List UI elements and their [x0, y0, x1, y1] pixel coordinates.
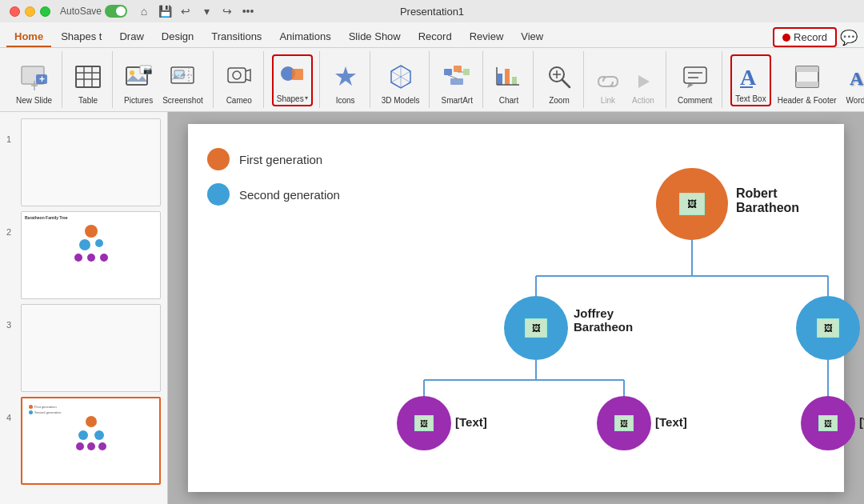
slide-canvas[interactable]: First generation Second generation — [188, 124, 844, 492]
tab-home[interactable]: Home — [6, 27, 51, 47]
slide-num-1: 1 — [6, 118, 16, 144]
legend: First generation Second generation — [207, 148, 340, 206]
fullscreen-button[interactable] — [40, 6, 50, 17]
tab-design[interactable]: Design — [154, 27, 202, 47]
tab-shapes[interactable]: Shapes t — [53, 27, 110, 47]
minimize-button[interactable] — [25, 6, 35, 17]
action-button[interactable]: Action — [627, 67, 659, 106]
svg-text:A: A — [740, 65, 757, 90]
zoom-label: Zoom — [549, 96, 570, 105]
slide-preview-3[interactable] — [21, 304, 161, 392]
smartart-icon — [442, 59, 471, 94]
save-icon[interactable]: 💾 — [156, 2, 174, 20]
screenshot-button[interactable]: Screenshot — [159, 58, 206, 106]
new-slide-label: New Slide — [16, 96, 52, 105]
link-button[interactable]: Link — [592, 67, 624, 106]
svg-point-11 — [130, 70, 134, 75]
table-button[interactable]: Table — [70, 58, 106, 106]
icons-button[interactable]: Icons — [328, 58, 363, 106]
slide2-tree — [22, 222, 160, 265]
node-text2-label: [Text] — [655, 415, 687, 429]
more-button[interactable]: ••• — [239, 2, 257, 20]
models-group: 3D Models — [372, 51, 430, 108]
main-area: 1 2 Baratheon Family Tree — [0, 112, 864, 504]
new-slide-icon: + — [20, 59, 49, 94]
cameo-button[interactable]: Cameo — [222, 58, 257, 106]
slide2-title: Baratheon Family Tree — [22, 212, 160, 222]
undo-dropdown[interactable]: ▾ — [198, 2, 215, 20]
svg-rect-29 — [454, 66, 462, 72]
slide-thumb-1[interactable]: 1 — [6, 118, 161, 206]
ribbon-tabs: Home Shapes t Draw Design Transitions An… — [0, 22, 864, 48]
home-icon[interactable]: ⌂ — [135, 2, 153, 20]
slide2-bot-row — [74, 254, 108, 262]
3d-models-button[interactable]: 3D Models — [378, 58, 423, 106]
link-group: Link Action — [586, 51, 666, 108]
svg-marker-23 — [335, 66, 356, 86]
icons-label: Icons — [336, 96, 355, 105]
icons-icon — [331, 59, 360, 94]
slide-thumb-3[interactable]: 3 — [6, 304, 161, 392]
comment-icon[interactable]: 💬 — [840, 29, 858, 46]
tab-slideshow[interactable]: Slide Show — [341, 27, 409, 47]
close-button[interactable] — [10, 6, 20, 17]
smartart-button[interactable]: SmartArt — [438, 58, 475, 106]
svg-point-20 — [233, 71, 241, 79]
pictures-button[interactable]: 📷 Pictures — [121, 58, 156, 106]
textbox-button[interactable]: A Text Box — [730, 54, 770, 106]
canvas-area: First generation Second generation — [168, 112, 864, 504]
slide4-tree-mini — [26, 416, 156, 450]
chart-button[interactable]: Chart — [491, 58, 526, 106]
3d-models-icon — [386, 59, 415, 94]
pictures-label: Pictures — [124, 96, 153, 105]
tab-record[interactable]: Record — [410, 27, 460, 47]
svg-line-31 — [448, 75, 457, 78]
chart-group: Chart — [485, 51, 534, 108]
node-tommen[interactable]: 🖼 — [796, 296, 860, 360]
zoom-button[interactable]: Zoom — [542, 58, 577, 106]
slide-thumb-4[interactable]: 4 First generation Second generation — [6, 397, 161, 485]
comment-button[interactable]: Comment — [674, 58, 715, 106]
node-robert[interactable]: 🖼 — [656, 168, 728, 240]
title-bar: AutoSave ⌂ 💾 ↩ ▾ ↪ ••• Presentation1 — [0, 0, 864, 22]
new-slide-button[interactable]: + New Slide — [13, 58, 55, 106]
tab-view[interactable]: View — [513, 27, 551, 47]
slide4-legend: First generation Second generation — [26, 402, 156, 416]
slide-preview-4[interactable]: First generation Second generation — [21, 397, 161, 485]
slide-preview-2[interactable]: Baratheon Family Tree — [21, 211, 161, 299]
zoom-icon — [545, 59, 574, 94]
svg-rect-35 — [505, 69, 510, 85]
undo-button[interactable]: ↩ — [177, 2, 194, 20]
legend-item-first: First generation — [207, 148, 340, 170]
wordart-icon: A — [846, 59, 864, 94]
window-title: Presentation1 — [400, 6, 464, 18]
tab-review[interactable]: Review — [462, 27, 512, 47]
chart-label: Chart — [499, 96, 518, 105]
redo-button[interactable]: ↪ — [218, 2, 236, 20]
svg-rect-30 — [463, 69, 470, 75]
node-text3[interactable]: 🖼 — [801, 396, 855, 450]
wordart-button[interactable]: A WordArt — [843, 58, 864, 106]
shapes-button[interactable]: Shapes ▾ — [272, 54, 313, 106]
svg-rect-28 — [444, 69, 452, 75]
svg-rect-52 — [796, 82, 818, 87]
tab-animations[interactable]: Animations — [271, 27, 338, 47]
slide2-mid-row — [79, 239, 103, 250]
node-joffrey[interactable]: 🖼 — [504, 296, 568, 360]
icons-ribbon-group: Icons — [322, 51, 370, 108]
svg-rect-36 — [512, 77, 517, 85]
tab-transitions[interactable]: Transitions — [203, 27, 270, 47]
slide-thumb-2[interactable]: 2 Baratheon Family Tree — [6, 211, 161, 299]
slide-preview-1[interactable] — [21, 118, 161, 206]
header-footer-button[interactable]: Header & Footer — [774, 58, 840, 106]
svg-marker-43 — [638, 75, 650, 88]
tab-draw[interactable]: Draw — [111, 27, 151, 47]
record-button[interactable]: Record — [773, 27, 837, 47]
autosave-toggle[interactable] — [105, 5, 127, 18]
header-footer-icon — [793, 59, 822, 94]
node-text2[interactable]: 🖼 — [597, 396, 651, 450]
node-text1[interactable]: 🖼 — [397, 396, 451, 450]
node-text1-label: [Text] — [455, 415, 487, 429]
node-text3-label: [Text] — [859, 415, 864, 429]
svg-rect-44 — [684, 67, 706, 83]
